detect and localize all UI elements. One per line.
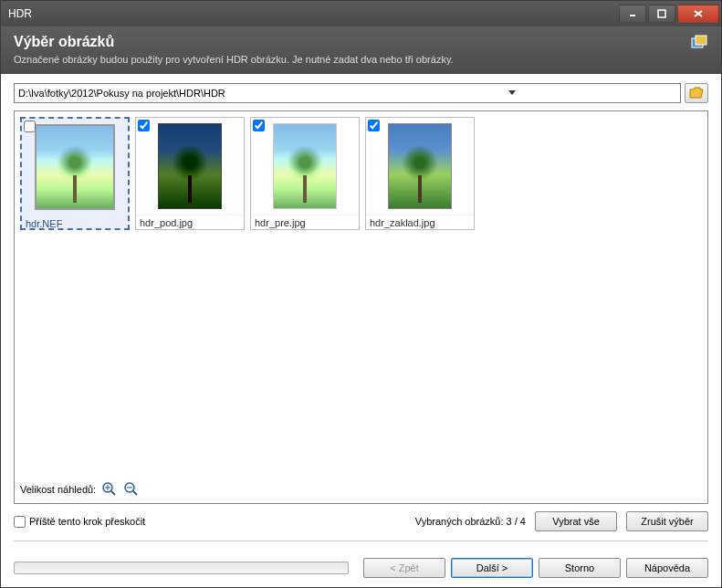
thumbnail-checkbox[interactable] bbox=[253, 120, 265, 131]
thumbnail-checkbox[interactable] bbox=[24, 121, 36, 132]
thumbnail-checkbox[interactable] bbox=[368, 120, 380, 131]
header-images-icon bbox=[690, 34, 708, 52]
header-title: Výběr obrázků bbox=[14, 34, 683, 50]
close-button[interactable] bbox=[677, 5, 719, 23]
skip-checkbox-label[interactable]: Příště tento krok přeskočit bbox=[14, 516, 145, 528]
clear-selection-button[interactable]: Zrušit výběr bbox=[626, 511, 708, 531]
hdr-dialog: HDR Výběr obrázků Označené obrázky budou… bbox=[0, 0, 722, 588]
path-value: D:\Iva\fotky\2012\Pokusy na projekt\HDR\… bbox=[18, 88, 348, 99]
path-dropdown-icon[interactable] bbox=[348, 90, 677, 96]
svg-rect-1 bbox=[658, 10, 665, 17]
svg-marker-6 bbox=[508, 90, 516, 95]
thumbnail-item[interactable]: hdr.NEF bbox=[20, 117, 130, 230]
thumbnail-item[interactable]: hdr_zaklad.jpg bbox=[365, 117, 475, 230]
path-field[interactable]: D:\Iva\fotky\2012\Pokusy na projekt\HDR\… bbox=[14, 83, 681, 103]
thumbnail-image bbox=[22, 119, 128, 215]
thumbnail-filename: hdr.NEF bbox=[22, 215, 128, 231]
back-button[interactable]: < Zpět bbox=[363, 558, 445, 578]
window-buttons bbox=[619, 5, 719, 23]
thumbnail-checkbox[interactable] bbox=[138, 120, 150, 131]
header-subtitle: Označené obrázky budou použity pro vytvo… bbox=[14, 54, 683, 65]
thumbnail-image bbox=[251, 118, 359, 215]
maximize-icon bbox=[657, 9, 666, 18]
thumbnail-grid: hdr.NEF hdr_pod.jpg hdr_pre.jpg hdr_zakl… bbox=[20, 117, 702, 230]
thumbnail-image bbox=[366, 118, 474, 215]
path-row: D:\Iva\fotky\2012\Pokusy na projekt\HDR\… bbox=[14, 83, 708, 103]
titlebar[interactable]: HDR bbox=[1, 1, 721, 26]
content-area: D:\Iva\fotky\2012\Pokusy na projekt\HDR\… bbox=[1, 74, 721, 558]
zoom-out-icon bbox=[124, 482, 139, 497]
svg-line-12 bbox=[133, 491, 137, 495]
thumb-size-label: Velikost náhledů: bbox=[20, 484, 96, 495]
minimize-icon bbox=[628, 9, 637, 18]
svg-rect-5 bbox=[696, 36, 706, 45]
cancel-button[interactable]: Storno bbox=[539, 558, 621, 578]
thumbnail-filename: hdr_zaklad.jpg bbox=[366, 215, 474, 230]
zoom-out-button[interactable] bbox=[123, 481, 140, 498]
maximize-button[interactable] bbox=[648, 5, 675, 23]
thumbnail-footer: Velikost náhledů: bbox=[20, 476, 702, 498]
thumbnail-filename: hdr_pre.jpg bbox=[251, 215, 359, 230]
progress-bar bbox=[14, 562, 349, 574]
browse-button[interactable] bbox=[685, 83, 708, 103]
dialog-header: Výběr obrázků Označené obrázky budou pou… bbox=[1, 26, 721, 74]
thumbnail-area: hdr.NEF hdr_pod.jpg hdr_pre.jpg hdr_zakl… bbox=[14, 110, 708, 504]
folder-open-icon bbox=[689, 87, 704, 100]
help-button[interactable]: Nápověda bbox=[626, 558, 708, 578]
zoom-in-button[interactable] bbox=[101, 481, 118, 498]
wizard-footer: < Zpět Další > Storno Nápověda bbox=[1, 558, 721, 587]
selected-count: Vybraných obrázků: 3 / 4 bbox=[415, 516, 526, 527]
minimize-button[interactable] bbox=[619, 5, 646, 23]
next-button[interactable]: Další > bbox=[451, 558, 533, 578]
thumbnail-image bbox=[136, 118, 244, 215]
select-all-button[interactable]: Vybrat vše bbox=[535, 511, 617, 531]
close-icon bbox=[693, 9, 704, 18]
skip-row: Příště tento krok přeskočit Vybraných ob… bbox=[14, 504, 708, 539]
thumbnail-filename: hdr_pod.jpg bbox=[136, 215, 244, 230]
window-title: HDR bbox=[8, 7, 619, 20]
svg-line-8 bbox=[111, 491, 115, 495]
skip-checkbox[interactable] bbox=[14, 516, 26, 528]
thumbnail-item[interactable]: hdr_pre.jpg bbox=[250, 117, 360, 230]
zoom-in-icon bbox=[102, 482, 117, 497]
thumbnail-item[interactable]: hdr_pod.jpg bbox=[135, 117, 245, 230]
skip-label: Příště tento krok přeskočit bbox=[29, 516, 145, 527]
separator bbox=[14, 541, 708, 541]
chevron-down-icon bbox=[508, 90, 516, 96]
